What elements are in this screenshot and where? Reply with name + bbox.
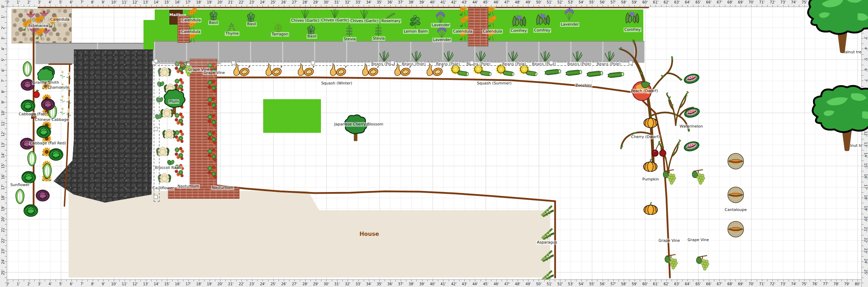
plant-lav-icon[interactable]	[435, 10, 445, 24]
plant-let-icon[interactable]	[14, 188, 26, 205]
plant-cal-icon[interactable]	[458, 15, 469, 28]
plant-wmel-icon[interactable]	[683, 141, 700, 152]
selection-handle[interactable]	[154, 127, 158, 131]
plant-label[interactable]: Basil	[208, 20, 219, 25]
plant-let-icon[interactable]	[42, 163, 53, 179]
plant-bean-icon[interactable]	[411, 50, 422, 62]
plant-cab-icon[interactable]	[36, 125, 51, 138]
plant-nast-icon[interactable]	[207, 113, 217, 128]
plant-label[interactable]: Plum	[168, 99, 179, 104]
plant-comf-icon[interactable]	[535, 12, 551, 26]
plant-label[interactable]: Calendula	[50, 17, 70, 22]
plant-cant-icon[interactable]	[727, 220, 744, 238]
plant-label[interactable]: Basil	[246, 22, 257, 26]
plant-pump-icon[interactable]	[643, 202, 659, 215]
plant-label[interactable]: Lavender	[560, 22, 579, 27]
plant-label[interactable]: Chives (Garlic)	[350, 19, 379, 23]
plant-label[interactable]: Chinese Cabbage	[34, 117, 69, 122]
plant-zuc-icon[interactable]	[545, 68, 561, 76]
plant-grape-icon[interactable]	[695, 255, 709, 271]
plant-label[interactable]: Squash (Winter)	[321, 81, 353, 86]
plant-label[interactable]: Tarragon	[271, 32, 289, 36]
plant-label[interactable]: Stevia	[372, 36, 385, 41]
lawn-herb-bed-step[interactable]	[144, 20, 155, 50]
plant-label[interactable]: Rosemary	[381, 19, 401, 23]
plant-bean-icon[interactable]	[443, 50, 454, 62]
plant-nast-icon[interactable]	[174, 146, 184, 160]
plant-let-icon[interactable]	[26, 150, 37, 167]
selection-handle[interactable]	[470, 61, 474, 65]
plant-nast-icon[interactable]	[207, 79, 217, 93]
plant-grape-icon[interactable]	[691, 169, 705, 185]
plant-cherry-icon[interactable]	[651, 142, 667, 157]
plant-cham-icon[interactable]	[60, 70, 65, 79]
plant-label[interactable]: Calendula	[453, 29, 473, 34]
plant-nast-icon[interactable]	[207, 96, 217, 110]
selection-handle[interactable]	[550, 61, 553, 65]
plant-walnut-icon[interactable]	[804, 0, 868, 53]
plant-nast-icon[interactable]	[207, 165, 217, 179]
plant-label[interactable]: Cantaloupe	[724, 207, 748, 212]
plant-label[interactable]: Cherry (Dwarf)	[630, 135, 660, 139]
plant-leafy-icon[interactable]	[167, 159, 175, 166]
selection-handle[interactable]	[154, 195, 158, 199]
plant-label[interactable]: Chamomile	[47, 85, 70, 90]
plant-chiv-icon[interactable]	[359, 9, 369, 20]
plant-cham-icon[interactable]	[66, 96, 71, 105]
plant-label[interactable]: Grape Vine	[658, 238, 680, 243]
selection-handle[interactable]	[232, 61, 236, 65]
plant-label[interactable]: Peach (Dwarf)	[630, 89, 658, 93]
plant-label[interactable]: Chives (Garlic)	[321, 18, 350, 22]
plant-cham-icon[interactable]	[66, 71, 71, 81]
sidewalk[interactable]	[154, 41, 644, 63]
plant-label[interactable]: Cabbage (Fall Red)	[29, 141, 67, 145]
plant-label[interactable]: Chives (Garlic)	[290, 18, 320, 23]
plant-label[interactable]: Pumpkin	[642, 177, 660, 182]
plant-label[interactable]: Lavender	[431, 23, 450, 27]
plant-cab-icon[interactable]	[20, 99, 36, 112]
plant-label[interactable]: Stevia	[343, 37, 356, 41]
plant-cham-icon[interactable]	[60, 107, 65, 116]
plant-label[interactable]: Lemon Balm	[403, 29, 429, 34]
plant-bean-icon[interactable]	[379, 50, 390, 62]
plant-let-icon[interactable]	[22, 61, 33, 77]
selection-handle[interactable]	[629, 61, 633, 65]
plant-label[interactable]: Lavender	[432, 37, 451, 42]
plant-jtree-icon[interactable]	[342, 114, 369, 142]
plant-label[interactable]: Asparagus	[536, 240, 558, 245]
plant-app-icon[interactable]	[33, 89, 40, 98]
plant-label[interactable]: Calendula	[181, 18, 202, 22]
plant-pump-icon[interactable]	[643, 115, 659, 128]
plant-cham-icon[interactable]	[60, 94, 65, 104]
plant-label[interactable]: Nasturtium	[177, 184, 200, 189]
plant-pump-icon[interactable]	[642, 159, 658, 172]
plant-stev-icon[interactable]	[345, 24, 353, 37]
plant-label[interactable]: Basil	[307, 34, 317, 39]
plant-label[interactable]: Comfrey	[624, 27, 642, 32]
plant-label[interactable]: Calendula	[181, 29, 201, 34]
plant-thyme-icon[interactable]	[225, 21, 237, 33]
plant-label[interactable]: Watermelon	[679, 124, 704, 129]
plant-label[interactable]: Thyme	[225, 31, 239, 36]
plant-bean-icon[interactable]	[476, 50, 486, 62]
plant-bean-icon[interactable]	[508, 50, 518, 62]
plant-label[interactable]: Zucchini	[575, 83, 593, 88]
plant-label[interactable]: Sunflower	[10, 183, 30, 187]
plant-zuc-icon[interactable]	[566, 68, 582, 77]
plant-label[interactable]: Grape Vine	[203, 70, 225, 75]
plant-nast-icon[interactable]	[207, 148, 217, 162]
selection-handle[interactable]	[154, 59, 158, 63]
plant-label[interactable]: Squash (Summer)	[476, 81, 512, 86]
plant-grape-icon[interactable]	[664, 254, 678, 270]
selection-marquee[interactable]	[154, 61, 160, 202]
plant-wmel-icon[interactable]	[683, 73, 700, 84]
plant-label[interactable]: Comfrey	[510, 28, 528, 33]
plant-wmel-icon[interactable]	[683, 107, 701, 118]
plant-cal-icon[interactable]	[34, 28, 45, 40]
plant-label[interactable]: Cabbage (Fall)	[18, 112, 47, 116]
plant-nast-icon[interactable]	[207, 130, 217, 145]
brick-column-top[interactable]	[468, 8, 488, 46]
plant-bean-icon[interactable]	[540, 50, 551, 62]
plant-cant-icon[interactable]	[727, 152, 744, 170]
plant-cal-icon[interactable]	[486, 15, 497, 28]
